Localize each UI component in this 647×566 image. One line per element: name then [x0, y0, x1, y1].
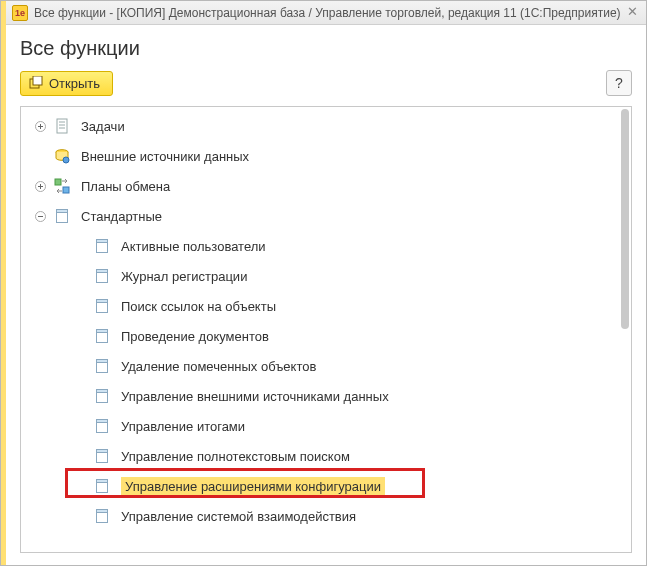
tree-item-label: Внешние источники данных: [81, 149, 249, 164]
leaf-icon: [93, 508, 111, 524]
tree-item[interactable]: Журнал регистрации: [21, 261, 617, 291]
help-button[interactable]: ?: [606, 70, 632, 96]
leaf-icon: [93, 358, 111, 374]
leaf-icon: [93, 388, 111, 404]
svg-rect-27: [97, 330, 108, 333]
open-icon: [29, 76, 43, 90]
tree-pane: ЗадачиВнешние источники данныхПланы обме…: [20, 106, 632, 553]
svg-rect-25: [97, 300, 108, 303]
leaf-icon: [93, 448, 111, 464]
app-icon: 1e: [12, 5, 28, 21]
extsource-icon: [53, 148, 71, 164]
svg-rect-19: [57, 210, 68, 213]
window-title: Все функции - [КОПИЯ] Демонстрационная б…: [34, 6, 621, 20]
svg-rect-1: [33, 76, 42, 85]
tree-item-label: Задачи: [81, 119, 125, 134]
svg-rect-15: [63, 187, 69, 193]
tree-list: ЗадачиВнешние источники данныхПланы обме…: [21, 107, 617, 552]
tree-item[interactable]: Удаление помеченных объектов: [21, 351, 617, 381]
scrollbar-thumb[interactable]: [621, 109, 629, 329]
tree-item[interactable]: Управление полнотекстовым поиском: [21, 441, 617, 471]
leaf-icon: [53, 208, 71, 224]
tree-item-label: Журнал регистрации: [121, 269, 247, 284]
tree-item[interactable]: Поиск ссылок на объекты: [21, 291, 617, 321]
tree-item[interactable]: Управление итогами: [21, 411, 617, 441]
tree-item-label: Удаление помеченных объектов: [121, 359, 316, 374]
svg-rect-31: [97, 390, 108, 393]
tree-item[interactable]: Управление внешними источниками данных: [21, 381, 617, 411]
svg-rect-33: [97, 420, 108, 423]
svg-rect-5: [57, 119, 67, 133]
exchange-icon: [53, 178, 71, 194]
svg-rect-39: [97, 510, 108, 513]
collapse-icon[interactable]: [33, 209, 47, 223]
tree-item-label: Поиск ссылок на объекты: [121, 299, 276, 314]
open-button[interactable]: Открыть: [20, 71, 113, 96]
tree-item[interactable]: Внешние источники данных: [21, 141, 617, 171]
expand-icon[interactable]: [33, 179, 47, 193]
tree-item[interactable]: Управление расширениями конфигурации: [21, 471, 617, 501]
open-button-label: Открыть: [49, 76, 100, 91]
page-title: Все функции: [20, 37, 632, 60]
tree-item-label: Управление итогами: [121, 419, 245, 434]
expand-icon[interactable]: [33, 119, 47, 133]
svg-rect-23: [97, 270, 108, 273]
svg-rect-14: [55, 179, 61, 185]
left-accent-strip: [1, 1, 6, 566]
svg-point-10: [63, 157, 69, 163]
tree-item-label: Управление внешними источниками данных: [121, 389, 389, 404]
toolbar: Открыть ?: [20, 70, 632, 96]
window-body: Все функции Открыть ? ЗадачиВнешние исто…: [6, 25, 646, 566]
svg-rect-37: [97, 480, 108, 483]
tree-item-label: Управление расширениями конфигурации: [121, 477, 385, 496]
tree-item[interactable]: Проведение документов: [21, 321, 617, 351]
leaf-icon: [93, 298, 111, 314]
titlebar: 1e Все функции - [КОПИЯ] Демонстрационна…: [6, 1, 646, 25]
tree-item-label: Активные пользователи: [121, 239, 266, 254]
svg-rect-29: [97, 360, 108, 363]
tree-item[interactable]: Активные пользователи: [21, 231, 617, 261]
tree-item-label: Стандартные: [81, 209, 162, 224]
doc-icon: [53, 118, 71, 134]
leaf-icon: [93, 478, 111, 494]
tree-item-label: Управление полнотекстовым поиском: [121, 449, 350, 464]
leaf-icon: [93, 268, 111, 284]
tree-item[interactable]: Задачи: [21, 111, 617, 141]
tree-item-label: Проведение документов: [121, 329, 269, 344]
svg-rect-21: [97, 240, 108, 243]
tree-item[interactable]: Планы обмена: [21, 171, 617, 201]
tree-item[interactable]: Управление системой взаимодействия: [21, 501, 617, 531]
svg-rect-35: [97, 450, 108, 453]
leaf-icon: [93, 418, 111, 434]
leaf-icon: [93, 328, 111, 344]
tree-item[interactable]: Стандартные: [21, 201, 617, 231]
tree-item-label: Планы обмена: [81, 179, 170, 194]
leaf-icon: [93, 238, 111, 254]
close-icon[interactable]: ✕: [624, 4, 640, 20]
tree-item-label: Управление системой взаимодействия: [121, 509, 356, 524]
